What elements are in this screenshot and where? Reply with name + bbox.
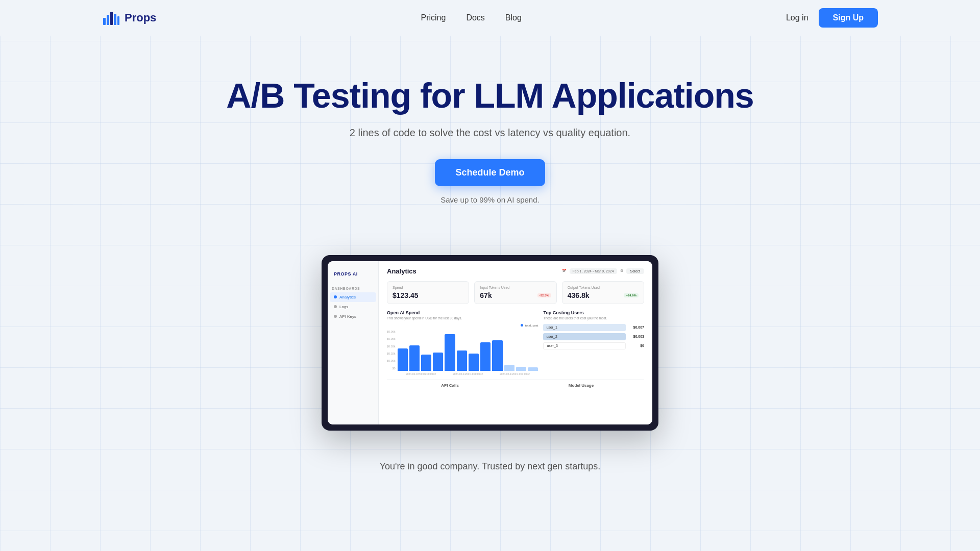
db-sidebar-analytics-label: Analytics [339,295,356,299]
db-user-bar-1: user_1 [543,324,626,331]
db-stat-output-tokens: Output Tokens Used 436.8k +24.9% [562,281,644,304]
db-header-right: 📅 Feb 1, 2024 - Mar 9, 2024 ⚙ Select [562,268,644,274]
bar-4 [433,353,443,371]
logo-icon [102,9,120,27]
db-stat-spend-value: $123.45 [393,291,419,299]
chart-y-5: $0.00k [387,359,396,362]
bar-3 [421,355,431,371]
db-main-title: Analytics [387,267,416,275]
db-header: Analytics 📅 Feb 1, 2024 - Mar 9, 2024 ⚙ … [387,267,644,275]
legend-dot [521,324,523,327]
db-stat-output-badge: +24.9% [624,293,639,297]
chart-x-1: 2024-02-07/00:09:00:0002 [398,372,445,375]
db-logo: PROPS AI [328,267,378,285]
db-chart-title: Open AI Spend [387,310,538,315]
db-stat-spend-row: $123.45 [393,291,463,299]
db-bottom: Open AI Spend This shows your spend in U… [387,310,644,375]
nav-actions: Log in Sign Up [786,8,878,28]
db-sidebar-apikeys-label: API Keys [339,314,356,319]
bar-10 [504,365,514,371]
nav-docs[interactable]: Docs [466,13,484,22]
db-user-bar-3: user_3 [543,342,626,349]
db-chart-section: Open AI Spend This shows your spend in U… [387,310,538,375]
db-stat-output-row: 436.8k +24.9% [568,291,639,299]
db-sidebar-analytics[interactable]: Analytics [330,292,376,302]
bar-1 [398,348,408,371]
nav-pricing[interactable]: Pricing [421,13,446,22]
nav-blog[interactable]: Blog [505,13,522,22]
db-stat-spend: Spend $123.45 [387,281,469,304]
chart-y-4: $0.02k [387,352,396,355]
chart-y-6: $0 [387,367,396,370]
svg-rect-4 [117,16,119,25]
bar-7 [469,354,479,371]
svg-rect-0 [103,18,106,25]
db-model-usage-label: Model Usage [518,383,644,388]
bar-2 [409,345,420,371]
trusted-text: You're in good company. Trusted by next … [10,461,970,472]
db-user-row-2: user_2 $0.003 [543,333,644,340]
db-select-button[interactable]: Select [626,268,644,274]
db-users-subtitle: These are the users that cost you the mo… [543,316,644,320]
chart-bars [398,330,538,371]
hero-subtitle: 2 lines of code to solve the cost vs lat… [10,127,970,139]
db-stat-input-tokens: Input Tokens Used 67k -32.5% [474,281,556,304]
bar-12 [528,367,538,370]
db-user-row-3: user_3 $0 [543,342,644,349]
chart-x-labels: 2024-02-07/00:09:00:0002 2024-02-14/00:1… [398,372,538,375]
trusted-section: You're in good company. Trusted by next … [0,431,980,492]
db-stat-input-label: Input Tokens Used [480,286,551,289]
db-user-amount-1: $0.007 [629,325,644,329]
db-users-title: Top Costing Users [543,310,644,315]
login-button[interactable]: Log in [786,13,808,22]
signup-button[interactable]: Sign Up [819,8,878,28]
bar-11 [516,367,526,371]
nav-links: Pricing Docs Blog [421,13,521,22]
db-user-name-3: user_3 [547,344,557,347]
hero-title: A/B Testing for LLM Applications [10,77,970,115]
db-date-range: Feb 1, 2024 - Mar 9, 2024 [570,268,617,274]
db-main: Analytics 📅 Feb 1, 2024 - Mar 9, 2024 ⚙ … [379,261,652,424]
navbar: Props Pricing Docs Blog Log in Sign Up [0,0,980,36]
db-api-calls-label: API Calls [387,383,513,388]
db-stat-output-value: 436.8k [568,291,590,299]
db-user-row-1: user_1 $0.007 [543,324,644,331]
db-user-bar-2: user_2 [543,333,626,340]
settings-icon: ⚙ [620,269,623,273]
logo-text: Props [125,11,156,24]
chart-y-labels: $0.06k $0.05k $0.03k $0.02k $0.00k $0 [387,330,396,371]
db-stat-input-row: 67k -32.5% [480,291,551,299]
schedule-demo-button[interactable]: Schedule Demo [435,159,545,186]
bar-5 [445,334,455,371]
legend-label: total_cost [525,324,538,327]
svg-rect-2 [110,12,113,25]
svg-rect-1 [107,15,109,25]
chart-y-3: $0.03k [387,345,396,348]
db-sidebar-logs-label: Logs [339,305,348,309]
db-chart-subtitle: This shows your spend in USD for the las… [387,316,538,320]
dashboard-frame: PROPS AI Dashboards Analytics Logs API K… [322,255,658,431]
db-users-section: Top Costing Users These are the users th… [543,310,644,375]
logo-link[interactable]: Props [102,9,156,27]
db-sidebar-logs[interactable]: Logs [328,302,378,312]
db-user-amount-2: $0.003 [629,335,644,338]
chart-x-3: 2024-02-14/00:14:00:0002 [491,372,538,375]
svg-rect-3 [114,14,116,25]
bar-9 [492,340,502,371]
db-stats: Spend $123.45 Input Tokens Used 67k -32.… [387,281,644,304]
db-user-name-2: user_2 [546,335,557,338]
db-sidebar-section: Dashboards [328,285,378,292]
chart-x-2: 2024-02-14/00:14:00:0002 [444,372,491,375]
db-user-name-1: user_1 [546,325,557,329]
logs-icon [334,305,337,308]
analytics-icon [334,295,337,298]
bar-8 [480,342,491,371]
calendar-icon: 📅 [562,269,567,273]
db-user-amount-3: $0 [629,344,644,347]
hero-save-note: Save up to 99% on AI spend. [10,195,970,204]
dashboard-inner: PROPS AI Dashboards Analytics Logs API K… [328,261,652,424]
bar-6 [457,350,467,371]
chart-y-2: $0.05k [387,337,396,340]
db-sidebar-apikeys[interactable]: API Keys [328,312,378,321]
db-stat-input-value: 67k [480,291,492,299]
